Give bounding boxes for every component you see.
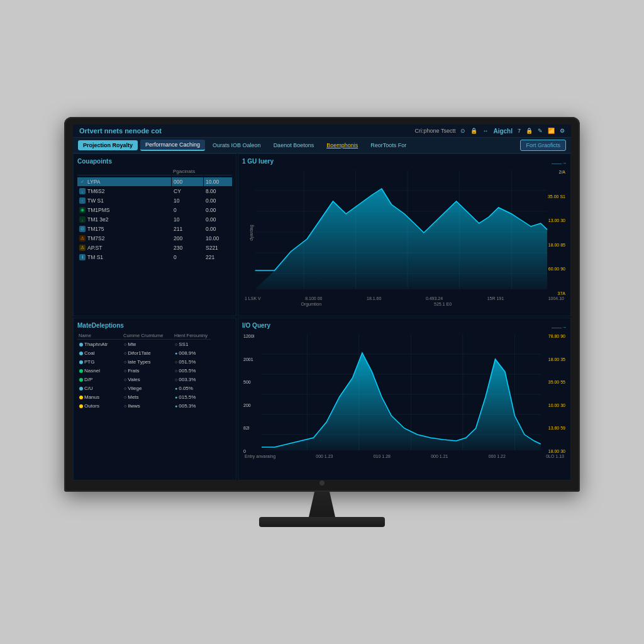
cp-row-1-name[interactable]: ✓ LYPA <box>77 177 171 186</box>
mute-row-5-name[interactable]: D/P <box>77 375 121 384</box>
mute-row-7-col2: ○ Mets <box>122 393 172 401</box>
mute-row-4-col2: ○ Frats <box>122 367 172 375</box>
cp-row-6-col2: 211 <box>172 225 203 233</box>
cp-row-5-col3: 0.00 <box>204 215 232 224</box>
mute-row-1-val: ○ SS1 <box>173 340 211 348</box>
mute-row-6-name[interactable]: C/U <box>77 384 121 392</box>
tab-ourats[interactable]: Ourats IOB Oaleon <box>208 140 266 150</box>
cp-col2-header: Pgacinats <box>172 168 203 175</box>
svg-marker-10 <box>255 189 547 289</box>
io-x-label-1: Entry anvaraing <box>245 454 275 458</box>
icon-gear: ⚙ <box>560 128 565 134</box>
io-x-labels: Entry anvaraing 000 1.23 010 1.28 000 1.… <box>242 453 567 459</box>
cp-icon-2: ↓ <box>79 188 86 194</box>
mute-row-6-col2: ○ Vilege <box>122 384 172 392</box>
icon-wifi: 📶 <box>548 128 555 134</box>
cp-col3-header <box>204 168 232 175</box>
mute-dot-8 <box>79 404 83 408</box>
cp-icon-1: ✓ <box>79 179 86 185</box>
cpu-x-label-4: 0.493.24 <box>426 296 443 301</box>
cp-row-4-name[interactable]: ◉ TM1PMS <box>77 206 171 214</box>
cp-row-1-col3: 10.00 <box>204 177 232 186</box>
io-chart-title-row: I/O Query ——→ <box>242 322 567 332</box>
mute-panel: MateDeleptions Name Cumme Crumtume Hient… <box>73 318 236 480</box>
tab-boemphonis[interactable]: Boemphonis <box>321 140 363 150</box>
cp-row-4-col3: 0.00 <box>204 206 232 214</box>
mute-h1: Name <box>77 332 121 340</box>
cpu-sub-2: Orgumtion <box>301 302 321 306</box>
monitor-wrap: Ortvert nnets nenode cot Cri:phone Tsect… <box>64 117 580 527</box>
btn-fort-graoficts[interactable]: Fort Graoficts <box>520 140 566 151</box>
cp-row-3-col2: 10 <box>172 196 203 205</box>
cp-row-6-name[interactable]: ⊙ TM175 <box>77 225 171 233</box>
mute-row-2-name[interactable]: Coal <box>77 349 121 357</box>
tab-reortoots[interactable]: ReorToots For <box>365 140 411 150</box>
cp-row-8-col3: S221 <box>204 243 232 252</box>
cp-icon-3: ↑ <box>79 197 86 204</box>
mute-row-3-val: ○ 051.5% <box>173 358 211 366</box>
cp-row-2-col3: 8.00 <box>204 187 232 196</box>
io-x-label-6: 0LO 1.13 <box>546 454 564 458</box>
io-x-label-4: 000 1.21 <box>431 454 448 458</box>
cpu-chart-area: dyardag 2/A 35.00 S1 13.00 30 18.00 85 6… <box>242 170 567 296</box>
cpu-chart-title: 1 GU Iuery <box>242 158 274 165</box>
cp-icon-8: ⚠ <box>79 245 86 251</box>
mute-row-7-name[interactable]: Manus <box>77 393 121 401</box>
monitor-chin <box>73 480 571 486</box>
mute-title: MateDeleptions <box>77 322 232 329</box>
cp-icon-4: ◉ <box>79 207 86 213</box>
icon-edit: ✎ <box>538 128 543 134</box>
svg-marker-21 <box>262 353 541 450</box>
cpu-x-label-3: 18.1.60 <box>367 296 381 301</box>
mute-row-6-val: ● 0.05% <box>173 384 211 392</box>
mute-o-8: ● <box>175 404 177 408</box>
monitor-stand-base <box>259 517 385 527</box>
mute-o-7: ● <box>175 395 177 399</box>
cpu-y-axis-label: dyardag <box>249 225 253 240</box>
mute-o-4: ○ <box>175 369 177 373</box>
checkpoints-title: Couapoints <box>77 158 232 165</box>
mute-o-1: ○ <box>175 342 177 347</box>
cp-row-9-col2: 0 <box>172 253 203 262</box>
mute-row-7-val: ● 015.5% <box>173 393 211 401</box>
cp-row-6-col3: 0.00 <box>204 225 232 233</box>
tab-projection-royalty[interactable]: Projection Royalty <box>78 140 138 150</box>
cpu-x-label-5: 15R 191 <box>487 296 504 301</box>
cpu-chart-svg <box>242 170 567 296</box>
io-chart-title: I/O Query <box>242 322 270 329</box>
mute-dot-7 <box>79 396 83 399</box>
mute-col2-o-8: ○ <box>124 404 126 408</box>
mute-o-3: ○ <box>175 360 177 364</box>
io-chart-legend: ——→ <box>552 325 567 330</box>
mute-row-4-name[interactable]: Nasnel <box>77 367 121 375</box>
icon-num: 7 <box>518 128 521 134</box>
cp-row-7-name[interactable]: ⚠ TM7S2 <box>77 234 171 243</box>
tab-performance-caching[interactable]: Performance Caching <box>140 140 205 151</box>
cp-row-7-col3: 10.00 <box>204 234 232 243</box>
mute-row-8-val: ● 005.3% <box>173 402 211 410</box>
mute-col2-o-2: ○ <box>124 351 126 355</box>
cpu-sub-4: 525.1 E0 <box>434 302 452 306</box>
cpu-chart-title-row: 1 GU Iuery ——→ <box>242 158 567 168</box>
mute-row-3-name[interactable]: PTG <box>77 358 121 366</box>
cp-row-3-name[interactable]: ↑ TW S1 <box>77 196 171 205</box>
cp-icon-6: ⊙ <box>79 226 86 232</box>
cp-col1-header <box>77 168 171 175</box>
cp-row-2-name[interactable]: ↓ TM6S2 <box>77 187 171 196</box>
cp-row-9-name[interactable]: ℹ TM S1 <box>77 253 171 262</box>
mute-row-1-name[interactable]: ThaphnAtr <box>77 340 121 348</box>
cp-row-4-col2: 0 <box>172 206 203 214</box>
io-chart-panel: I/O Query ——→ 1200I 2001 500 200 82I 0 <box>238 318 571 480</box>
monitor-stand-neck <box>303 492 341 517</box>
io-chart-area: 1200I 2001 500 200 82I 0 78.80 90 18.00 … <box>242 334 567 453</box>
icon-lock: 🔒 <box>470 128 477 134</box>
cp-row-5-name[interactable]: ↓ TM1 3e2 <box>77 215 171 224</box>
mute-dot-6 <box>79 387 83 391</box>
tab-daenot[interactable]: Daenot Boetons <box>269 140 319 150</box>
mute-row-8-name[interactable]: Outors <box>77 402 121 410</box>
cp-row-3-col3: 0.00 <box>204 196 232 205</box>
icon-arrows: ↔ <box>482 128 488 134</box>
mute-col2-o-7: ○ <box>124 395 126 399</box>
cp-row-1-col2: 000 <box>172 177 203 186</box>
cp-row-8-name[interactable]: ⚠ AP.ST <box>77 243 171 252</box>
